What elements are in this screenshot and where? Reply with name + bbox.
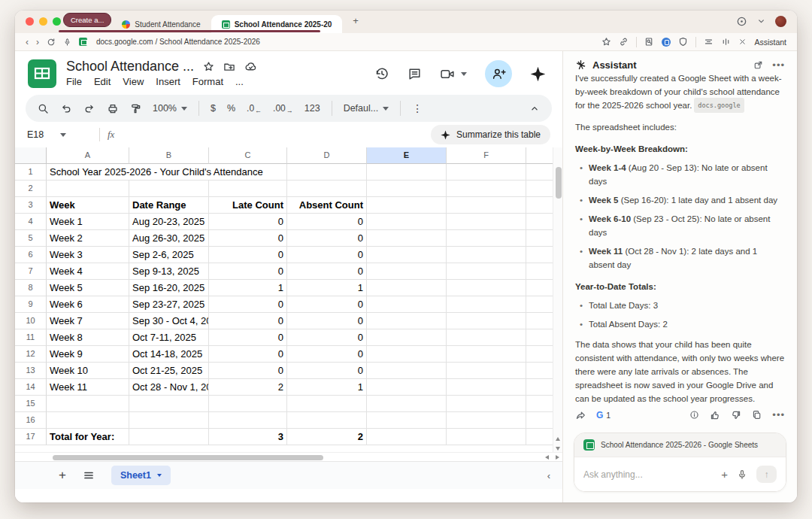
row-header-6[interactable]: 6 (15, 247, 47, 263)
cell-C9[interactable]: 0 (209, 296, 287, 313)
forward-button[interactable]: › (36, 37, 39, 47)
cloud-saved-icon[interactable] (244, 61, 257, 72)
cell-D9[interactable]: 0 (287, 296, 367, 313)
cell-F8[interactable] (447, 280, 526, 296)
cell-G11[interactable] (526, 329, 553, 346)
extension-badge-icon[interactable] (662, 38, 671, 47)
cell-E15[interactable] (367, 396, 447, 412)
print-icon[interactable] (107, 103, 119, 114)
cell-E1[interactable] (367, 164, 447, 181)
thumbs-up-icon[interactable] (710, 410, 720, 420)
cell-B2[interactable] (129, 181, 209, 197)
cell-B12[interactable]: Oct 14-18, 2025 (129, 346, 209, 363)
column-header-b[interactable]: B (129, 147, 209, 164)
back-button[interactable]: ‹ (26, 37, 29, 47)
gemini-sparkle-icon[interactable] (530, 66, 546, 82)
column-header-d[interactable]: D (287, 147, 367, 164)
menu-file[interactable]: File (66, 76, 82, 87)
cell-E7[interactable] (367, 263, 447, 280)
row-header-4[interactable]: 4 (15, 214, 47, 230)
cell-A7[interactable]: Week 4 (47, 263, 129, 280)
cell-D17[interactable]: 2 (287, 429, 367, 445)
cell-E13[interactable] (367, 363, 447, 379)
cell-G14[interactable] (526, 379, 553, 396)
cell-F15[interactable] (447, 396, 526, 412)
cell-F6[interactable] (447, 247, 526, 263)
scroll-right-arrow[interactable] (556, 455, 559, 460)
cell-G3[interactable] (526, 197, 553, 214)
meet-camera-icon[interactable] (440, 67, 456, 81)
collapse-toolbar-icon[interactable] (529, 103, 540, 114)
row-header-1[interactable]: 1 (15, 164, 47, 181)
row-header-16[interactable]: 16 (15, 412, 47, 429)
row-header-15[interactable]: 15 (15, 396, 47, 412)
undo-icon[interactable] (60, 103, 72, 114)
cell-B16[interactable] (129, 412, 209, 429)
cell-E12[interactable] (367, 346, 447, 363)
cell-G1[interactable] (526, 164, 553, 181)
format-currency-button[interactable]: $ (211, 103, 216, 114)
cell-C13[interactable]: 0 (209, 363, 287, 379)
font-dropdown[interactable]: Defaul... (344, 103, 389, 114)
cell-G2[interactable] (526, 181, 553, 197)
summarize-table-button[interactable]: Summarize this table (431, 125, 550, 144)
cell-E3[interactable] (367, 197, 447, 214)
cell-C8[interactable]: 1 (209, 280, 287, 296)
cell-G8[interactable] (526, 280, 553, 296)
cell-F3[interactable] (447, 197, 526, 214)
cell-C3[interactable]: Late Count (209, 197, 287, 214)
increase-decimal-button[interactable]: .00→ (273, 104, 293, 113)
row-header-5[interactable]: 5 (15, 230, 47, 247)
cell-F4[interactable] (447, 214, 526, 230)
cell-F17[interactable] (447, 429, 526, 445)
cell-D7[interactable]: 0 (287, 263, 367, 280)
cell-A14[interactable]: Week 11 (47, 379, 129, 396)
cell-A13[interactable]: Week 10 (47, 363, 129, 379)
cell-B4[interactable]: Aug 20-23, 2025 (129, 214, 209, 230)
cell-C11[interactable]: 0 (209, 329, 287, 346)
toolbar-search-icon[interactable] (38, 103, 49, 114)
cell-D11[interactable]: 0 (287, 329, 367, 346)
cell-B13[interactable]: Oct 21-25, 2025 (129, 363, 209, 379)
horizontal-scroll-thumb[interactable] (53, 455, 323, 460)
row-header-14[interactable]: 14 (15, 379, 47, 396)
chevron-down-icon[interactable] (756, 17, 766, 26)
cell-G5[interactable] (526, 230, 553, 247)
cell-D2[interactable] (287, 181, 367, 197)
cell-E6[interactable] (367, 247, 447, 263)
voice-input-icon[interactable] (737, 469, 747, 480)
cell-A5[interactable]: Week 2 (47, 230, 129, 247)
cell-C5[interactable]: 0 (209, 230, 287, 247)
copy-link-icon[interactable] (619, 37, 629, 47)
sheet-tab-sheet1[interactable]: Sheet1 (111, 466, 171, 485)
cell-A16[interactable] (47, 412, 129, 429)
cell-G15[interactable] (526, 396, 553, 412)
equalizer-icon[interactable] (721, 37, 731, 47)
cell-E9[interactable] (367, 296, 447, 313)
scroll-down-arrow[interactable] (556, 447, 560, 451)
page-search-icon[interactable] (644, 37, 654, 47)
info-icon[interactable] (689, 410, 699, 420)
new-tab-button[interactable]: + (353, 15, 359, 26)
vertical-scrollbar[interactable] (553, 147, 562, 452)
cell-A8[interactable]: Week 5 (47, 280, 129, 296)
reload-icon[interactable] (47, 38, 56, 47)
scroll-left-arrow[interactable] (545, 455, 549, 460)
cell-G13[interactable] (526, 363, 553, 379)
sheet-tab-caret[interactable] (157, 474, 162, 477)
cell-B7[interactable]: Sep 9-13, 2025 (129, 263, 209, 280)
cell-E8[interactable] (367, 280, 447, 296)
cell-A10[interactable]: Week 7 (47, 313, 129, 329)
cell-G7[interactable] (526, 263, 553, 280)
cell-E16[interactable] (367, 412, 447, 429)
row-header-2[interactable]: 2 (15, 181, 47, 197)
toolbar-more-button[interactable]: ⋮ (412, 102, 423, 114)
cell-D5[interactable]: 0 (287, 230, 367, 247)
column-header-partial[interactable] (526, 147, 553, 164)
cell-G10[interactable] (526, 313, 553, 329)
share-button[interactable] (485, 60, 512, 87)
tab-create-a[interactable]: Create a... (63, 13, 111, 27)
cell-D4[interactable]: 0 (287, 214, 367, 230)
cell-G12[interactable] (526, 346, 553, 363)
cell-F9[interactable] (447, 296, 526, 313)
